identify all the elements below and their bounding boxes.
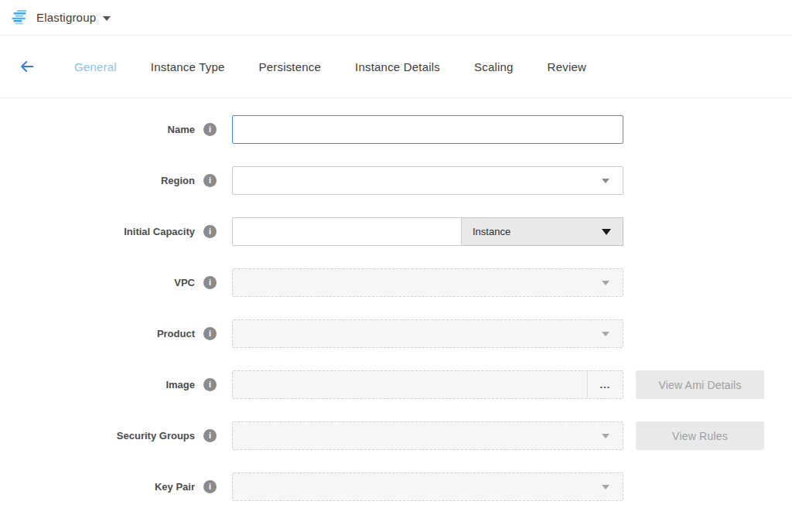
form-row-initial-capacity: Initial Capacity i Instance [0, 217, 792, 246]
security-groups-select[interactable] [232, 421, 623, 450]
tab-persistence[interactable]: Persistence [259, 60, 322, 73]
product-info-icon[interactable]: i [203, 327, 217, 340]
chevron-down-icon [602, 281, 609, 285]
vpc-label: VPC [174, 277, 195, 288]
chevron-down-icon [602, 332, 609, 336]
image-value [233, 371, 587, 398]
tab-general[interactable]: General [74, 60, 117, 73]
form-row-image: Image i ... View Ami Details [0, 370, 792, 399]
vpc-info-icon[interactable]: i [203, 276, 217, 289]
product-label: Product [157, 328, 195, 339]
key-pair-select[interactable] [232, 472, 623, 501]
tab-scaling[interactable]: Scaling [474, 60, 514, 73]
tab-list: General Instance Type Persistence Instan… [74, 60, 620, 73]
tab-instance-details[interactable]: Instance Details [355, 60, 440, 73]
elastigroup-logo-icon [11, 10, 29, 26]
general-settings-form: Name i Region i Initial Capacity i Insta… [0, 98, 792, 501]
vpc-select[interactable] [232, 268, 623, 297]
initial-capacity-label: Initial Capacity [124, 226, 195, 237]
initial-capacity-info-icon[interactable]: i [203, 225, 217, 238]
region-info-icon[interactable]: i [203, 174, 217, 187]
tab-instance-type[interactable]: Instance Type [151, 60, 225, 73]
region-label: Region [161, 175, 195, 186]
name-input[interactable] [232, 115, 623, 144]
initial-capacity-input[interactable] [232, 217, 462, 246]
form-row-product: Product i [0, 319, 792, 348]
image-info-icon[interactable]: i [203, 378, 217, 391]
name-label: Name [168, 124, 195, 135]
app-header: Elastigroup [0, 0, 792, 36]
wizard-tab-bar: General Instance Type Persistence Instan… [0, 36, 792, 98]
form-row-vpc: VPC i [0, 268, 792, 297]
chevron-down-icon [602, 434, 609, 438]
security-groups-label: Security Groups [117, 430, 195, 442]
form-row-key-pair: Key Pair i [0, 472, 792, 501]
app-title: Elastigroup [36, 11, 96, 24]
capacity-unit-value: Instance [473, 226, 510, 237]
chevron-down-icon [602, 485, 609, 489]
app-switcher-caret-icon[interactable] [103, 16, 111, 21]
product-select[interactable] [232, 319, 623, 348]
key-pair-label: Key Pair [155, 481, 195, 493]
view-ami-details-button[interactable]: View Ami Details [636, 370, 764, 399]
image-input[interactable]: ... [232, 370, 623, 399]
security-groups-info-icon[interactable]: i [203, 429, 217, 442]
view-rules-button[interactable]: View Rules [636, 421, 764, 450]
chevron-down-icon [602, 179, 609, 183]
image-label: Image [166, 379, 195, 390]
form-row-region: Region i [0, 166, 792, 195]
form-row-name: Name i [0, 115, 792, 144]
chevron-down-icon [602, 229, 611, 235]
region-select[interactable] [232, 166, 623, 195]
browse-image-button[interactable]: ... [587, 371, 623, 398]
name-info-icon[interactable]: i [203, 123, 217, 136]
form-row-security-groups: Security Groups i View Rules [0, 421, 792, 450]
back-arrow-icon [19, 58, 36, 75]
tab-review[interactable]: Review [548, 60, 586, 73]
key-pair-info-icon[interactable]: i [203, 480, 217, 493]
back-arrow-button[interactable] [17, 56, 37, 77]
capacity-unit-select[interactable]: Instance [462, 217, 623, 246]
